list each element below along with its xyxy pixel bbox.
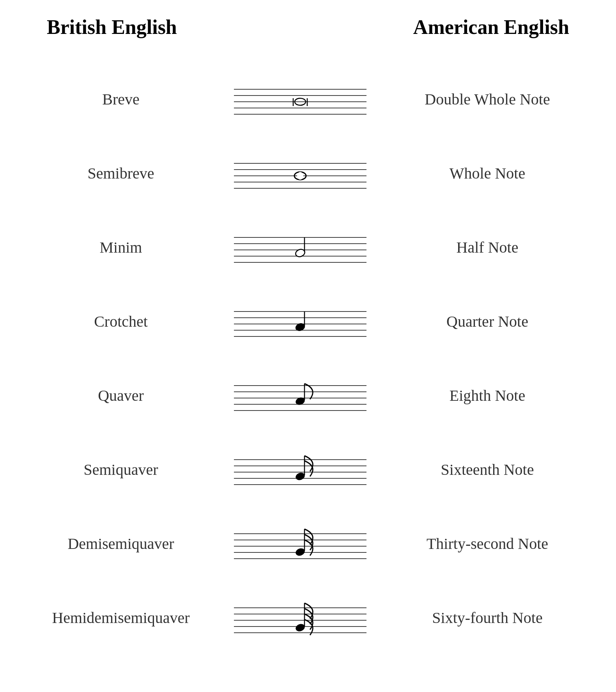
american-name-minim: Half Note <box>405 238 569 257</box>
note-row-semiquaver: Semiquaver Sixteenth Note <box>23 432 593 506</box>
british-name-quaver: Quaver <box>47 386 195 405</box>
british-english-header: British English <box>47 16 211 39</box>
british-name-breve: Breve <box>47 90 195 108</box>
note-row-breve: Breve Double Whole Note <box>23 62 593 136</box>
staff-demisemiquaver <box>226 518 374 569</box>
staff-semibreve <box>226 148 374 198</box>
american-name-quaver: Eighth Note <box>405 386 569 405</box>
note-row-hemidemisemiquaver: Hemidemisemiquaver Sixty <box>23 581 593 655</box>
note-row-semibreve: Semibreve Whole Note <box>23 136 593 210</box>
staff-quaver <box>226 370 374 421</box>
american-name-crotchet: Quarter Note <box>405 312 569 331</box>
american-english-header: American English <box>405 16 569 39</box>
british-name-demisemiquaver: Demisemiquaver <box>47 534 195 553</box>
staff-hemidemisemiquaver <box>226 592 374 643</box>
note-row-quaver: Quaver Eighth Note <box>23 358 593 432</box>
american-name-semibreve: Whole Note <box>405 164 569 182</box>
svg-point-14 <box>297 172 303 180</box>
american-name-semiquaver: Sixteenth Note <box>405 460 569 479</box>
british-name-semibreve: Semibreve <box>47 164 195 182</box>
note-row-minim: Minim Half Note <box>23 210 593 284</box>
british-name-hemidemisemiquaver: Hemidemisemiquaver <box>47 609 195 627</box>
staff-semiquaver <box>226 444 374 495</box>
staff-minim <box>226 222 374 273</box>
note-row-crotchet: Crotchet Quarter Note <box>23 284 593 358</box>
note-row-demisemiquaver: Demisemiquaver Thirty-second Note <box>23 506 593 581</box>
american-name-breve: Double Whole Note <box>405 90 569 108</box>
british-name-semiquaver: Semiquaver <box>47 460 195 479</box>
american-name-demisemiquaver: Thirty-second Note <box>405 534 569 553</box>
page-header: British English American English <box>23 16 593 54</box>
british-name-minim: Minim <box>47 238 195 257</box>
staff-breve <box>226 74 374 124</box>
american-name-hemidemisemiquaver: Sixty-fourth Note <box>405 609 569 627</box>
staff-crotchet <box>226 296 374 347</box>
british-name-crotchet: Crotchet <box>47 312 195 331</box>
